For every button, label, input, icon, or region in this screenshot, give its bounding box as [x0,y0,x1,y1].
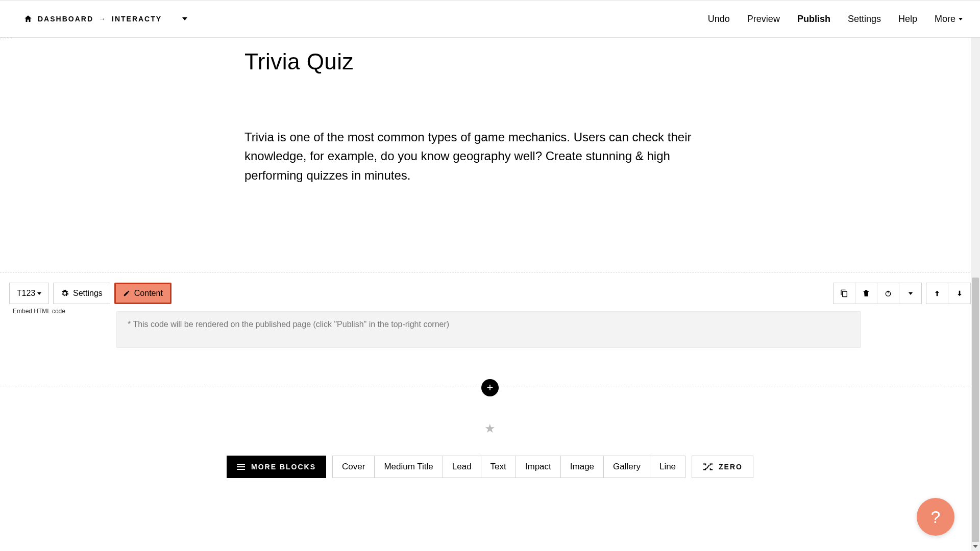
breadcrumb-dashboard[interactable]: DASHBOARD [38,15,93,23]
block-settings-label: Settings [73,289,103,298]
editor-toolbar-left: T123 Settings Content [9,283,172,304]
zero-icon [702,463,714,471]
block-text[interactable]: Text [481,456,516,478]
embed-html-label: Embed HTML code [13,308,65,315]
block-gallery[interactable]: Gallery [604,456,650,478]
scroll-down-button[interactable] [971,542,980,551]
block-cover[interactable]: Cover [333,456,375,478]
help-icon: ? [931,507,941,527]
chevron-down-icon [959,18,963,20]
chevron-down-icon[interactable] [182,17,187,20]
block-line[interactable]: Line [650,456,685,478]
block-content-button[interactable]: Content [114,283,172,304]
zero-label: ZERO [719,463,743,471]
add-block-button[interactable]: + [481,379,499,396]
editor-toolbar-right [833,283,971,304]
delete-button[interactable] [855,283,877,304]
block-medium-title[interactable]: Medium Title [375,456,443,478]
blocks-row: MORE BLOCKS Cover Medium Title Lead Text… [0,456,980,478]
block-id-button[interactable]: T123 [9,283,49,304]
duplicate-button[interactable] [834,283,855,304]
editor-toolbar: T123 Settings Content [9,283,971,304]
pencil-icon [123,290,130,297]
breadcrumb-project[interactable]: INTERACTY [112,15,162,23]
gear-icon [61,289,69,297]
power-button[interactable] [877,283,899,304]
dashed-divider-top [0,272,980,272]
power-dropdown-button[interactable] [899,283,921,304]
block-content-label: Content [134,289,163,298]
block-id-label: T123 [17,289,35,298]
topbar-actions: Undo Preview Publish Settings Help More [708,14,980,24]
chevron-down-icon [37,292,41,295]
embed-code-placeholder: * This code will be rendered on the publ… [128,320,449,329]
preview-button[interactable]: Preview [747,14,780,24]
publish-button[interactable]: Publish [797,14,830,24]
block-actions-set-1 [833,283,922,304]
plus-icon: + [487,381,494,394]
chevron-down-icon [909,292,913,295]
more-blocks-button[interactable]: MORE BLOCKS [227,456,326,478]
star-icon[interactable]: ★ [484,421,496,436]
more-blocks-label: MORE BLOCKS [251,463,316,471]
block-type-set: Cover Medium Title Lead Text Impact Imag… [332,456,685,478]
breadcrumb: DASHBOARD → INTERACTY [23,14,187,23]
scroll-thumb[interactable] [972,278,979,543]
block-settings-button[interactable]: Settings [53,283,110,304]
help-link[interactable]: Help [898,14,917,24]
move-down-button[interactable] [948,283,970,304]
more-label: More [935,14,955,24]
home-icon[interactable] [23,14,33,23]
menu-icon [237,464,245,470]
help-bubble[interactable]: ? [917,498,954,536]
page-paragraph[interactable]: Trivia is one of the most common types o… [244,128,724,185]
topbar: DASHBOARD → INTERACTY Undo Preview Publi… [0,0,980,38]
zero-block-button[interactable]: ZERO [692,456,753,478]
settings-link[interactable]: Settings [848,14,881,24]
arrow-right-icon: → [99,15,107,23]
undo-button[interactable]: Undo [708,14,730,24]
more-menu[interactable]: More [935,14,963,24]
block-image[interactable]: Image [561,456,604,478]
move-up-button[interactable] [926,283,948,304]
chevron-down-icon [973,545,978,548]
block-impact[interactable]: Impact [516,456,561,478]
embed-code-box[interactable]: * This code will be rendered on the publ… [116,311,861,348]
page-title[interactable]: Trivia Quiz [244,49,354,74]
block-lead[interactable]: Lead [443,456,481,478]
block-actions-set-2 [926,283,971,304]
scrollbar[interactable] [971,0,980,551]
